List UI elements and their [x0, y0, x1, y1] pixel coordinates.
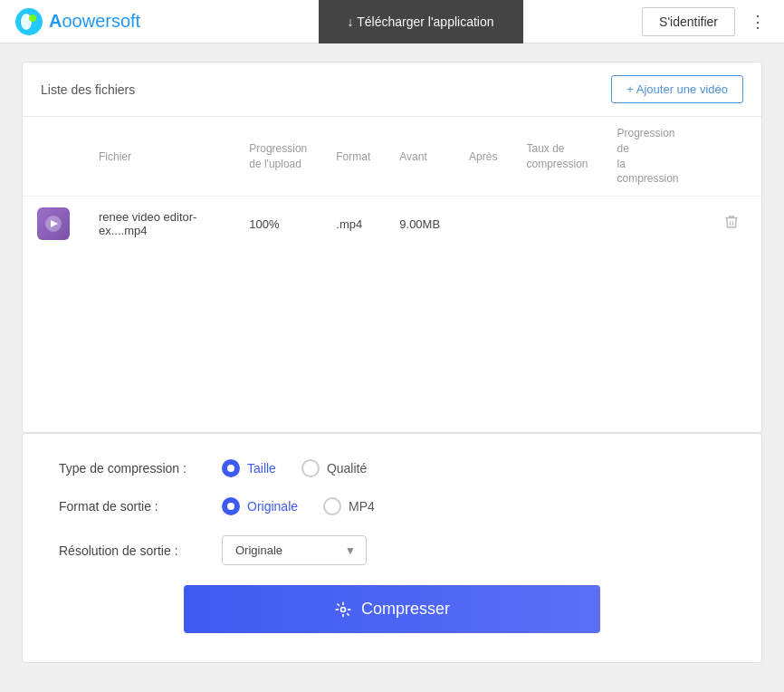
th-progression-compression: Progression de la compression	[603, 117, 703, 197]
resolution-select-wrapper: Originale 1080p 720p 480p 360p ▼	[222, 535, 367, 565]
svg-point-5	[340, 607, 345, 611]
compress-icon	[334, 601, 352, 619]
radio-qualite-circle	[301, 459, 320, 477]
th-fichier: Fichier	[84, 117, 234, 197]
th-apres: Après	[454, 117, 512, 197]
logo-area: Aoowersoft	[0, 7, 199, 36]
trash-icon	[723, 214, 740, 230]
delete-file-button[interactable]	[716, 210, 747, 238]
signin-button[interactable]: S'identifier	[642, 7, 735, 36]
th-progression-upload: Progression de l'upload	[234, 117, 321, 197]
svg-line-8	[338, 603, 339, 605]
radio-originale-label: Originale	[247, 499, 298, 514]
more-menu-button[interactable]: ⋮	[742, 8, 773, 35]
nav-center: ↓ Télécharger l'application	[199, 0, 642, 43]
radio-qualite-label: Qualité	[327, 461, 367, 476]
radio-originale-circle	[222, 497, 240, 515]
file-delete-cell	[702, 197, 761, 252]
nav-right: S'identifier ⋮	[642, 7, 784, 36]
option-mp4[interactable]: MP4	[323, 497, 375, 515]
th-avant: Avant	[385, 117, 454, 197]
card-header: Liste des fichiers + Ajouter une vidéo	[23, 62, 761, 117]
svg-line-9	[347, 613, 349, 615]
file-format: .mp4	[321, 197, 385, 252]
file-table: Fichier Progression de l'upload Format A…	[23, 117, 761, 251]
svg-point-2	[29, 14, 36, 22]
file-icon-cell	[23, 197, 84, 252]
format-sortie-options: Originale MP4	[222, 497, 375, 515]
download-app-button[interactable]: ↓ Télécharger l'application	[319, 0, 523, 43]
file-name: renee video editor-ex....mp4	[84, 197, 234, 252]
file-list-title: Liste des fichiers	[41, 82, 135, 97]
file-list-card: Liste des fichiers + Ajouter une vidéo F…	[22, 62, 762, 433]
resolution-select[interactable]: Originale 1080p 720p 480p 360p	[222, 535, 367, 565]
option-qualite[interactable]: Qualité	[301, 459, 367, 477]
table-row: renee video editor-ex....mp4 100% .mp4 9…	[23, 197, 761, 252]
video-file-icon	[44, 215, 62, 233]
th-icon	[23, 117, 84, 197]
file-progression-upload: 100%	[234, 197, 321, 252]
file-taux	[512, 197, 602, 252]
top-navigation: Aoowersoft ↓ Télécharger l'application S…	[0, 0, 784, 43]
compress-button[interactable]: Compresser	[184, 585, 600, 633]
radio-mp4-label: MP4	[349, 499, 375, 514]
file-icon	[37, 207, 70, 240]
option-taille[interactable]: Taille	[222, 459, 276, 477]
format-sortie-label: Format de sortie :	[59, 499, 222, 514]
resolution-sortie-label: Résolution de sortie :	[59, 543, 222, 558]
radio-taille-label: Taille	[247, 461, 276, 476]
format-sortie-row: Format de sortie : Originale MP4	[59, 497, 725, 515]
compress-button-label: Compresser	[361, 600, 450, 619]
th-format: Format	[321, 117, 385, 197]
compression-type-row: Type de compression : Taille Qualité	[59, 459, 725, 477]
radio-taille-circle	[222, 459, 240, 477]
th-taux-compression: Taux de compression	[512, 117, 602, 197]
compression-type-label: Type de compression :	[59, 461, 222, 476]
file-progress-compression	[603, 197, 703, 252]
file-apres	[454, 197, 512, 252]
compression-type-options: Taille Qualité	[222, 459, 367, 477]
file-avant: 9.00MB	[385, 197, 454, 252]
th-actions	[702, 117, 761, 197]
logo-icon	[14, 7, 43, 36]
main-content: Liste des fichiers + Ajouter une vidéo F…	[0, 43, 784, 681]
add-video-button[interactable]: + Ajouter une vidéo	[611, 75, 743, 103]
radio-mp4-circle	[323, 497, 341, 515]
logo-text: Aoowersoft	[49, 11, 140, 32]
option-originale[interactable]: Originale	[222, 497, 298, 515]
table-header-row: Fichier Progression de l'upload Format A…	[23, 117, 761, 197]
resolution-sortie-row: Résolution de sortie : Originale 1080p 7…	[59, 535, 725, 565]
settings-card: Type de compression : Taille Qualité For…	[22, 433, 762, 663]
table-empty-space	[23, 251, 761, 432]
